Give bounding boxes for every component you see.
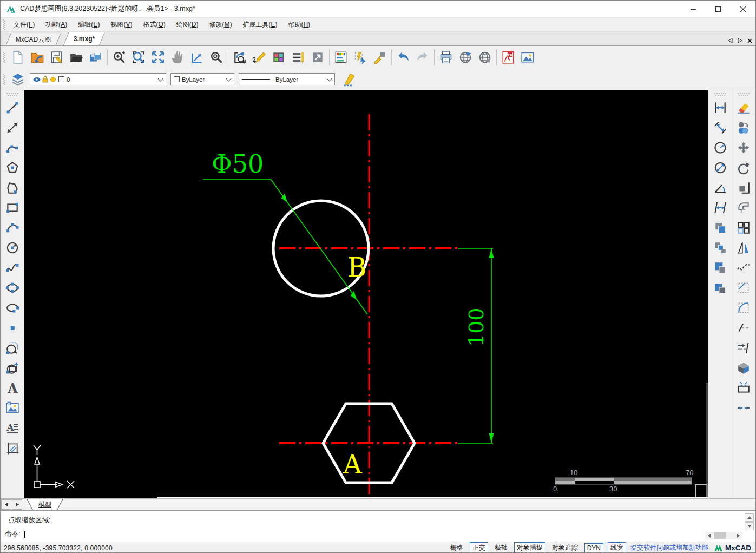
zoom-window-button[interactable] xyxy=(129,48,148,67)
color-palette-button[interactable] xyxy=(269,48,288,67)
new-file-button[interactable] xyxy=(8,48,28,67)
drawing-canvas[interactable]: Φ50 100 B A xyxy=(24,90,708,498)
polygon-button[interactable] xyxy=(3,158,22,177)
layout-next-icon[interactable] xyxy=(12,499,22,510)
spline-button[interactable] xyxy=(3,258,22,278)
model-tab[interactable]: 模型 xyxy=(27,499,63,510)
undo-button[interactable] xyxy=(393,48,413,67)
menu-9[interactable]: 帮助(H) xyxy=(282,18,315,31)
layer-stack-icon[interactable] xyxy=(8,70,28,89)
construction-line-button[interactable] xyxy=(3,118,22,137)
dim-diameter-button[interactable] xyxy=(711,158,730,177)
draw-toolbar-drag-handle[interactable] xyxy=(6,93,18,96)
menu-7[interactable]: 修改(M) xyxy=(203,18,237,31)
layout-prev-icon[interactable] xyxy=(1,499,11,510)
polyline-button[interactable] xyxy=(3,138,22,157)
toggle-线宽[interactable]: 线宽 xyxy=(608,542,626,553)
break-button[interactable] xyxy=(734,378,753,398)
linetype-select[interactable]: ByLayer xyxy=(239,73,335,85)
zoom-previous-button[interactable] xyxy=(230,48,249,67)
dim-linear-button[interactable] xyxy=(711,98,730,117)
menubar-drag-handle[interactable] xyxy=(3,19,5,30)
export-pdf-button[interactable]: PDF xyxy=(498,48,518,67)
scroll-up-icon[interactable] xyxy=(745,514,754,522)
dim-angular-button[interactable] xyxy=(711,178,730,198)
offset-button[interactable] xyxy=(734,198,753,218)
arc-button[interactable] xyxy=(3,218,22,238)
closed-polyline-button[interactable] xyxy=(3,178,22,198)
toggle-正交[interactable]: 正交 xyxy=(470,542,488,553)
raster-image-button[interactable] xyxy=(3,398,22,418)
join-button[interactable] xyxy=(734,398,753,418)
dim-aligned-button[interactable] xyxy=(711,118,730,137)
menu-2[interactable]: 功能(A) xyxy=(40,18,73,31)
mirror-button[interactable] xyxy=(734,238,753,258)
menu-1[interactable]: 文件(F) xyxy=(8,18,40,31)
save-button[interactable] xyxy=(47,48,67,67)
layer-manager-button[interactable] xyxy=(331,48,351,67)
open-web-drawing-button[interactable] xyxy=(28,48,47,67)
erase-button[interactable] xyxy=(734,98,753,117)
menu-8[interactable]: 扩展工具(E) xyxy=(237,18,282,31)
pan-button[interactable] xyxy=(168,48,187,67)
rotate-button[interactable] xyxy=(734,158,753,177)
extend-button[interactable] xyxy=(734,338,753,358)
dim-continue-button[interactable] xyxy=(711,198,730,218)
scroll-left-icon[interactable] xyxy=(705,532,713,539)
minimize-button[interactable] xyxy=(681,1,706,17)
web-publish-button[interactable] xyxy=(456,48,475,67)
rectangle-button[interactable] xyxy=(3,198,22,218)
save-as-button[interactable] xyxy=(86,48,106,67)
close-button[interactable] xyxy=(731,1,755,17)
toggle-栅格[interactable]: 栅格 xyxy=(448,543,465,553)
maximize-button[interactable] xyxy=(706,1,731,17)
multiline-text-button[interactable]: A xyxy=(3,418,22,438)
open-file-button[interactable] xyxy=(67,48,86,67)
quick-draw-button[interactable] xyxy=(249,48,269,67)
chamfer-button[interactable] xyxy=(734,278,753,298)
color-select[interactable]: ByLayer xyxy=(170,73,234,85)
command-vertical-scrollbar[interactable] xyxy=(745,514,754,531)
copy-object-button[interactable] xyxy=(734,118,753,137)
propbar-drag-handle[interactable] xyxy=(3,74,5,85)
draw-settings-pencil-icon[interactable] xyxy=(339,70,359,89)
tab-scroll-right-icon[interactable] xyxy=(738,38,742,43)
ellipse-button[interactable] xyxy=(3,278,22,298)
dim-radius-button[interactable] xyxy=(711,138,730,157)
paste-clip-button[interactable] xyxy=(711,258,730,278)
scroll-right-icon[interactable] xyxy=(734,532,742,539)
ellipse-arc-button[interactable] xyxy=(3,298,22,318)
menu-6[interactable]: 绘图(D) xyxy=(171,18,204,31)
paste-block-button[interactable] xyxy=(711,278,730,298)
toggle-对象捕捉[interactable]: 对象捕捉 xyxy=(514,542,545,553)
zoom-scale-button[interactable] xyxy=(187,48,207,67)
create-block-button[interactable] xyxy=(3,358,22,378)
single-text-button[interactable]: A xyxy=(3,378,22,398)
document-tab-3mxg[interactable]: 3.mxg* xyxy=(63,32,105,45)
redo-button[interactable] xyxy=(413,48,432,67)
circle-button[interactable] xyxy=(3,238,22,258)
command-window[interactable]: 点取缩放区域: 命令: xyxy=(1,511,755,542)
fillet-button[interactable] xyxy=(734,298,753,318)
dim-toolbar-drag-handle[interactable] xyxy=(714,93,726,96)
print-button[interactable] xyxy=(436,48,456,67)
modify-toolbar-drag-handle[interactable] xyxy=(738,93,750,96)
web-open-button[interactable] xyxy=(475,48,495,67)
copy-clip-button[interactable] xyxy=(711,218,730,238)
stretch-button[interactable] xyxy=(734,178,753,198)
menu-5[interactable]: 格式(O) xyxy=(137,18,170,31)
trim-button[interactable] xyxy=(734,318,753,338)
menu-3[interactable]: 编辑(E) xyxy=(73,18,105,31)
point-button[interactable] xyxy=(3,318,22,338)
scroll-down-icon[interactable] xyxy=(745,522,754,530)
array-button[interactable] xyxy=(734,218,753,238)
copy-base-point-button[interactable] xyxy=(711,238,730,258)
zoom-center-button[interactable] xyxy=(207,48,226,67)
toggle-dyn[interactable]: DYN xyxy=(584,543,603,553)
tab-close-icon[interactable] xyxy=(747,38,752,43)
line-button[interactable] xyxy=(3,98,22,117)
tab-scroll-left-icon[interactable] xyxy=(728,38,733,43)
zoom-dynamic-button[interactable] xyxy=(109,48,129,67)
linetype-manager-button[interactable] xyxy=(288,48,308,67)
move-button[interactable] xyxy=(734,138,753,157)
